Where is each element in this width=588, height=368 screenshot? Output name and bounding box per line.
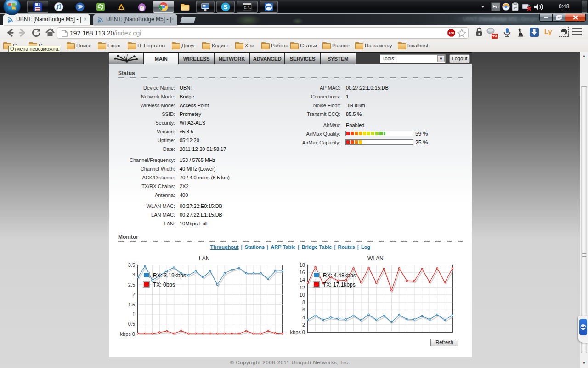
svg-text:S: S <box>223 3 227 11</box>
svg-text:C:\.: C:\. <box>244 6 252 10</box>
svg-text:ABP: ABP <box>449 32 454 34</box>
